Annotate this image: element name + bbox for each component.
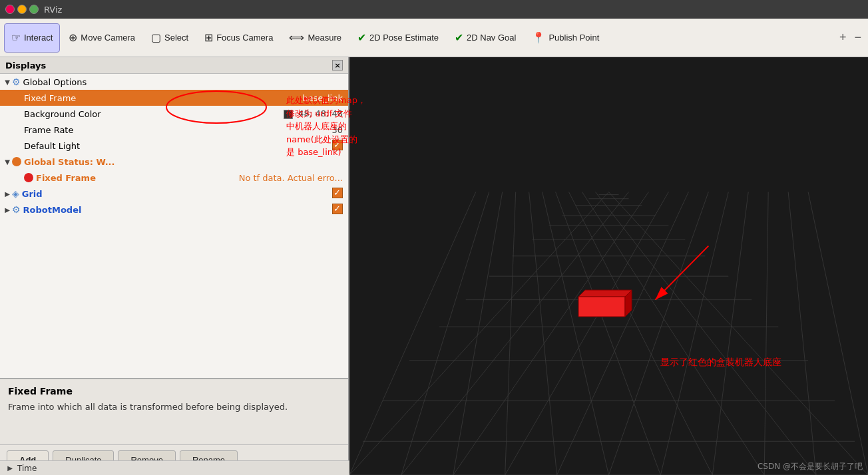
pose-estimate-button[interactable]: ✔ 2D Pose Estimate bbox=[350, 23, 446, 53]
close-button[interactable] bbox=[5, 5, 15, 14]
svg-line-19 bbox=[505, 192, 516, 475]
global-status-row[interactable]: ▼ Global Status: W... bbox=[0, 154, 348, 170]
displays-close-button[interactable]: × bbox=[332, 60, 343, 71]
robot-model-row[interactable]: ▶ ⚙ RobotModel bbox=[0, 202, 348, 218]
main-layout: Displays × ▼ ⚙ Global Options Fixed Fram… bbox=[0, 57, 868, 475]
svg-line-18 bbox=[529, 192, 557, 475]
background-color-value: 48; 48; 48 bbox=[284, 108, 345, 119]
default-light-row[interactable]: Default Light bbox=[0, 138, 348, 154]
expand-arrow-status[interactable]: ▼ bbox=[3, 158, 12, 166]
default-light-checkbox[interactable] bbox=[332, 140, 343, 150]
toolbar: ☞ Interact ⊕ Move Camera ▢ Select ⊞ Focu… bbox=[0, 19, 868, 57]
color-swatch bbox=[284, 110, 293, 119]
svg-line-12 bbox=[609, 192, 869, 475]
add-display-button[interactable]: + bbox=[837, 28, 849, 47]
focus-camera-button[interactable]: ⊞ Focus Camera bbox=[197, 23, 280, 53]
svg-line-20 bbox=[453, 192, 503, 475]
svg-marker-37 bbox=[578, 290, 632, 297]
window-title: RViz bbox=[44, 5, 62, 15]
point-icon: 📍 bbox=[532, 31, 545, 44]
status-fixed-frame-value: No tf data. Actual erro... bbox=[239, 173, 345, 183]
global-options-label: Global Options bbox=[23, 77, 87, 87]
svg-line-3 bbox=[453, 192, 649, 475]
svg-line-7 bbox=[660, 192, 728, 475]
robot-box-svg bbox=[568, 287, 635, 327]
grid-checkbox bbox=[332, 188, 345, 200]
displays-title: Displays bbox=[5, 61, 46, 71]
svg-line-5 bbox=[557, 192, 689, 475]
interact-button[interactable]: ☞ Interact bbox=[4, 23, 60, 53]
frame-rate-label: Frame Rate bbox=[24, 125, 73, 135]
gear-icon: ⚙ bbox=[12, 77, 21, 87]
displays-header: Displays × bbox=[0, 57, 348, 74]
publish-point-button[interactable]: 📍 Publish Point bbox=[525, 23, 606, 53]
focus-icon: ⊞ bbox=[204, 31, 213, 44]
description-text: Frame into which all data is transformed… bbox=[8, 400, 340, 414]
watermark: CSDN @不会是要长胡子了吧 bbox=[758, 461, 863, 472]
frame-rate-value: 30 bbox=[331, 125, 345, 135]
default-light-value bbox=[332, 140, 345, 152]
expand-arrow-robot[interactable]: ▶ bbox=[3, 206, 12, 214]
svg-line-4 bbox=[505, 192, 669, 475]
measure-icon: ⟺ bbox=[289, 31, 304, 44]
svg-line-15 bbox=[569, 192, 713, 475]
hand-icon: ☞ bbox=[11, 31, 21, 44]
time-bar: ▶ Time bbox=[0, 460, 349, 475]
time-expand-arrow[interactable]: ▶ bbox=[5, 464, 15, 472]
default-light-label: Default Light bbox=[24, 141, 80, 151]
grid-enable-checkbox[interactable] bbox=[332, 188, 343, 198]
svg-line-2 bbox=[401, 192, 629, 475]
description-panel: Fixed Frame Frame into which all data is… bbox=[0, 378, 348, 444]
grid-label: Grid bbox=[22, 189, 43, 199]
status-fixed-frame-row[interactable]: Fixed Frame No tf data. Actual erro... bbox=[0, 170, 348, 186]
svg-line-6 bbox=[609, 192, 709, 475]
robot-model-3d bbox=[568, 287, 635, 329]
svg-marker-38 bbox=[578, 297, 625, 317]
svg-line-1 bbox=[349, 192, 609, 475]
error-icon bbox=[24, 173, 33, 182]
grid-row[interactable]: ▶ ◈ Grid bbox=[0, 186, 348, 202]
maximize-button[interactable] bbox=[29, 5, 39, 14]
svg-line-8 bbox=[712, 192, 748, 475]
measure-button[interactable]: ⟺ Measure bbox=[282, 23, 349, 53]
left-panel: Displays × ▼ ⚙ Global Options Fixed Fram… bbox=[0, 57, 349, 475]
select-icon: ▢ bbox=[151, 31, 161, 44]
remove-display-button[interactable]: − bbox=[851, 28, 864, 47]
svg-line-17 bbox=[542, 192, 609, 475]
svg-line-9 bbox=[764, 192, 768, 475]
robot-icon: ⚙ bbox=[12, 204, 21, 215]
fixed-frame-value: base_link bbox=[303, 93, 345, 103]
expand-arrow-global[interactable]: ▼ bbox=[3, 79, 12, 86]
svg-line-13 bbox=[596, 192, 817, 475]
status-fixed-frame-label: Fixed Frame bbox=[36, 173, 96, 183]
nav-goal-button[interactable]: ✔ 2D Nav Goal bbox=[447, 23, 523, 53]
select-button[interactable]: ▢ Select bbox=[144, 23, 196, 53]
robot-model-label: RobotModel bbox=[23, 205, 82, 215]
move-camera-button[interactable]: ⊕ Move Camera bbox=[61, 23, 142, 53]
expand-arrow-grid[interactable]: ▶ bbox=[3, 190, 12, 198]
robot-enable-checkbox[interactable] bbox=[332, 204, 343, 214]
window-controls[interactable] bbox=[5, 5, 39, 14]
global-options-row[interactable]: ▼ ⚙ Global Options bbox=[0, 74, 348, 90]
displays-tree[interactable]: ▼ ⚙ Global Options Fixed Frame base_link… bbox=[0, 74, 348, 378]
viewport[interactable]: 显示了红色的盒装机器人底座 ◀ CSDN @不会是要长胡子了吧 bbox=[349, 57, 868, 475]
svg-line-10 bbox=[788, 192, 816, 475]
svg-line-22 bbox=[349, 192, 476, 475]
pose-icon: ✔ bbox=[357, 31, 366, 44]
minimize-button[interactable] bbox=[17, 5, 27, 14]
background-color-label: Background Color bbox=[24, 109, 101, 119]
toolbar-right: + − bbox=[837, 28, 864, 47]
grid-icon: ◈ bbox=[12, 188, 19, 199]
svg-line-21 bbox=[401, 192, 489, 475]
description-title: Fixed Frame bbox=[8, 386, 340, 396]
title-bar: RViz bbox=[0, 0, 868, 19]
svg-line-14 bbox=[582, 192, 765, 475]
camera-move-icon: ⊕ bbox=[69, 31, 77, 44]
fixed-frame-row[interactable]: Fixed Frame base_link bbox=[0, 90, 348, 106]
fixed-frame-label: Fixed Frame bbox=[24, 93, 76, 103]
global-status-label: Global Status: W... bbox=[24, 157, 115, 167]
svg-line-16 bbox=[556, 192, 661, 475]
warning-icon bbox=[12, 157, 21, 166]
frame-rate-row[interactable]: Frame Rate 30 bbox=[0, 122, 348, 138]
background-color-row[interactable]: Background Color 48; 48; 48 bbox=[0, 106, 348, 122]
